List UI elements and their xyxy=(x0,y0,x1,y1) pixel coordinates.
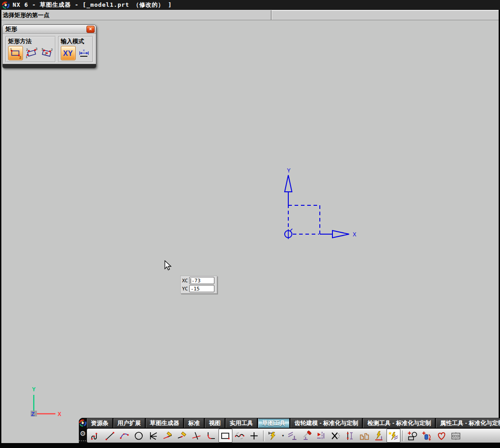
inferred-dimensions-icon xyxy=(268,430,279,441)
profile-icon xyxy=(90,430,101,441)
fillet-tool-button[interactable] xyxy=(204,429,218,443)
sketch-geometry: Y X xyxy=(1,20,499,443)
closed-curve-tool-button[interactable] xyxy=(435,429,449,443)
rect-from-center-button[interactable]: 3 2 1 xyxy=(40,46,54,60)
tab-utility-tools[interactable]: 实用工具 xyxy=(226,418,257,428)
inferred-constraints-settings-icon xyxy=(388,430,399,441)
quick-trim-tool-button[interactable] xyxy=(161,429,175,443)
wcs-triad: Y X Z xyxy=(26,384,67,420)
tab-property-tools[interactable]: 属性工具 - 标准化与定制 xyxy=(436,418,500,428)
xc-label: XC xyxy=(182,278,188,284)
prompt-bar: 选择矩形的第一点 xyxy=(1,10,499,20)
line-icon xyxy=(105,430,115,441)
rectangle-tool-button[interactable] xyxy=(218,429,232,443)
svg-text:XY: XY xyxy=(63,50,73,57)
sketch-tools-row: ▼ xyxy=(87,428,500,443)
svg-text:3: 3 xyxy=(36,47,37,50)
input-mode-group: 输入模式 XY x xyxy=(58,36,93,63)
coordinate-input-panel: XC -73 YC -15 xyxy=(180,276,217,294)
closed-curve-icon xyxy=(436,430,447,441)
arc-tool-button[interactable] xyxy=(118,429,132,443)
studio-spline-tool-button[interactable] xyxy=(233,429,247,443)
dialog-resize-bar[interactable] xyxy=(3,64,96,68)
dock-left-column: ⚙ •••• xyxy=(79,418,87,443)
rectangle-dialog-titlebar[interactable]: 矩形 × xyxy=(3,25,96,34)
continuous-auto-dimension-tool-button[interactable] xyxy=(420,429,434,443)
inferred-dimensions-dropdown[interactable]: ▼ xyxy=(281,429,285,442)
yc-value: -15 xyxy=(191,286,200,292)
derived-lines-tool-button[interactable] xyxy=(146,429,160,443)
quick-extend-tool-button[interactable] xyxy=(175,429,189,443)
constraints-icon xyxy=(287,430,298,441)
xc-value: -73 xyxy=(191,278,200,284)
alternate-solution-icon xyxy=(373,430,384,441)
inferred-dimensions-tool-button[interactable] xyxy=(267,429,281,443)
toolbar-separator xyxy=(402,430,404,441)
create-inferred-constraints-tool-button[interactable] xyxy=(406,429,420,443)
svg-text:2: 2 xyxy=(19,56,21,59)
quick-trim-icon xyxy=(162,430,173,441)
alternate-solution-tool-button[interactable] xyxy=(372,429,386,443)
circle-tool-button[interactable] xyxy=(132,429,146,443)
inferred-constraints-settings-tool-button[interactable] xyxy=(386,429,400,443)
xc-input[interactable]: -73 xyxy=(189,277,214,284)
input-mode-label: 输入模式 xyxy=(61,37,91,45)
show-remove-constraints-tool-button[interactable] xyxy=(329,429,343,443)
animate-dimension-icon xyxy=(345,430,355,441)
sketch-tools-strip: ▼ xyxy=(87,429,500,443)
rect-from-center-icon: 3 2 1 xyxy=(41,47,53,59)
tab-gear-modeling[interactable]: 齿轮建模 - 标准化与定制 xyxy=(291,418,363,428)
auto-constrain-icon xyxy=(301,430,312,441)
pattern-curve-icon xyxy=(450,430,461,441)
triad-origin-box xyxy=(31,411,37,416)
line-tool-button[interactable] xyxy=(103,429,117,443)
sketch-origin-marker xyxy=(285,229,292,239)
close-icon[interactable]: × xyxy=(86,26,95,33)
yc-input[interactable]: -15 xyxy=(189,285,214,292)
pattern-curve-tool-button[interactable] xyxy=(449,429,463,443)
auto-constrain-tool-button[interactable] xyxy=(300,429,314,443)
svg-text:3: 3 xyxy=(41,48,43,51)
sketch-x-axis-label: X xyxy=(353,231,356,238)
convert-to-reference-tool-button[interactable] xyxy=(358,429,372,443)
make-corner-icon xyxy=(191,430,202,441)
profile-tool-button[interactable] xyxy=(89,429,103,443)
xy-coordinate-mode-icon: XY xyxy=(62,47,74,59)
tab-view[interactable]: 视图 xyxy=(205,418,225,428)
drag-handle-dots[interactable]: •••• xyxy=(79,439,87,442)
show-remove-constraints-icon xyxy=(330,430,341,441)
make-symmetric-tool-button[interactable] xyxy=(314,429,328,443)
nx-menu-button[interactable] xyxy=(79,418,87,428)
make-corner-tool-button[interactable] xyxy=(190,429,204,443)
tab-sketch-tools[interactable]: 草图工具 xyxy=(258,418,290,428)
dimension-mode-icon: x xyxy=(78,47,90,59)
xy-coordinate-mode-button[interactable]: XY xyxy=(61,46,76,60)
rect-by-2-points-button[interactable]: 1 2 xyxy=(8,46,23,60)
circle-icon xyxy=(133,430,144,441)
svg-text:x: x xyxy=(83,48,85,52)
xc-row: XC -73 xyxy=(182,277,215,284)
rectangle-method-label: 矩形方法 xyxy=(8,37,54,45)
rectangle-method-group: 矩形方法 1 2 xyxy=(5,36,56,63)
dimension-mode-button[interactable]: x xyxy=(77,46,91,60)
window-title: NX 6 - 草图生成器 - [_model1.prt （修改的） ] xyxy=(13,1,172,9)
point-tool-button[interactable] xyxy=(247,429,261,443)
dock-main: 资源条 用户扩展 草图生成器 标准 视图 实用工具 草图工具 齿轮建模 - 标准… xyxy=(87,418,500,443)
animate-dimension-tool-button[interactable] xyxy=(343,429,357,443)
chevron-down-icon: ▼ xyxy=(282,434,285,437)
y-axis-arrowhead xyxy=(285,175,292,192)
tab-standard[interactable]: 标准 xyxy=(184,418,204,428)
constraints-tool-button[interactable] xyxy=(286,429,300,443)
rect-by-3-points-button[interactable]: 1 2 3 xyxy=(24,46,38,60)
toolbar-options-button[interactable]: ⚙ xyxy=(79,428,87,439)
tab-resource-bar[interactable]: 资源条 xyxy=(87,418,113,428)
convert-to-reference-icon xyxy=(359,430,370,441)
tab-sketch-generator[interactable]: 草图生成器 xyxy=(146,418,183,428)
triad-x-label: X xyxy=(58,411,61,417)
tab-user-extensions[interactable]: 用户扩展 xyxy=(114,418,145,428)
graphics-canvas[interactable]: Y X Y X Z 矩形 × xyxy=(1,20,499,443)
window-bottom-edge xyxy=(0,443,500,448)
rectangle-dialog: 矩形 × 矩形方法 1 2 xyxy=(2,24,96,68)
nx-logo-icon xyxy=(2,1,9,9)
tab-inspection-tools[interactable]: 检测工具 - 标准化与定制 xyxy=(363,418,435,428)
